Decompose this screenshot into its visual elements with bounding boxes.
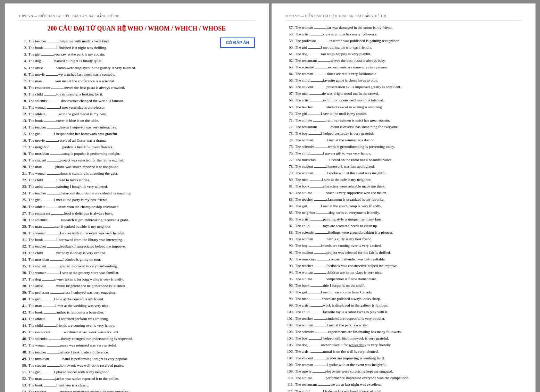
list-item: 72.The restaurant menu is diverse has so…: [285, 124, 522, 130]
list-item: 68.The artist exhibition opens next mont…: [285, 97, 522, 103]
sentence-number: 86.: [285, 216, 295, 222]
sentence-text: The girl I met on vacation is from Canad…: [295, 289, 522, 295]
sentence-text: The artist mural is on the wall is very …: [295, 349, 522, 355]
list-item: 75.The scientist work is groundbreaking …: [285, 144, 522, 150]
sentence-number: 8.: [19, 85, 28, 91]
sentence-number: 40.: [19, 296, 28, 302]
sentence-number: 1.: [19, 38, 28, 44]
sentence-text: The scientist experiments are fascinatin…: [295, 329, 522, 335]
list-item: 108.The woman I spoke with at the event …: [285, 362, 522, 368]
site-header-1: TOPO.VN — DIỄN ĐÀN TÀI LIỆU, GIÁO ÁN, BÀ…: [19, 14, 255, 20]
sentence-text: The teacher classroom decorations are co…: [28, 190, 255, 196]
sentence-text: The woman purse was returned was very gr…: [28, 342, 255, 348]
sentence-text: The girl you saw at the park is my cousi…: [28, 51, 255, 57]
sentence-text: The artist style is unique has many foll…: [295, 31, 522, 37]
sentence-text: The teacher students are respectful is v…: [295, 316, 522, 322]
sentence-number: 16.: [19, 137, 28, 143]
list-item: 51.The girl I played soccer with is my n…: [19, 369, 255, 375]
sentence-text: The boy friends are coming over is very …: [295, 243, 522, 249]
list-item: 65.The child favorite game is chess love…: [285, 77, 522, 83]
list-item: 42.The book author is famous is a bestse…: [19, 309, 255, 315]
sentence-text: The athlete won the gold medal is my her…: [28, 111, 255, 117]
list-item: 91.The student project was selected for …: [285, 250, 522, 256]
sentence-text: The scientist findings were groundbreaki…: [295, 230, 522, 235]
list-item: 4.The dog barked all night is finally qu…: [19, 58, 255, 64]
page-1: TOPO.VN — DIỄN ĐÀN TÀI LIỆU, GIÁO ÁN, BÀ…: [5, 3, 269, 392]
sentence-text: The woman children are in my class is ve…: [295, 269, 522, 275]
list-item: 71.The athlete training regimen is stric…: [285, 117, 522, 123]
list-item: 20.The man phone was stolen reported it …: [19, 164, 255, 170]
sentence-text: The movie we watched last week was a com…: [28, 72, 255, 77]
sentence-number: 57.: [285, 25, 295, 31]
sentence-text: The dog owner takes it for long walks is…: [28, 276, 255, 282]
sentence-text: The dog owner takes it for walks daily i…: [295, 342, 522, 348]
page-title: 200 CÂU ĐẠI TỪ QUAN HỆ WHO / WHOM / WHIC…: [19, 25, 255, 33]
list-item: 95.The athlete competition is fierce tra…: [285, 276, 522, 282]
page-2: TOPO.VN — DIỄN ĐÀN TÀI LIỆU, GIÁO ÁN, BÀ…: [272, 3, 535, 392]
sentence-number: 60.: [285, 44, 295, 50]
sentence-number: 78.: [285, 164, 295, 169]
sentence-number: 62.: [285, 58, 295, 64]
list-item: 18.The musician song is popular is perfo…: [19, 151, 255, 157]
list-item: 39.The professor class I enjoyed was ver…: [19, 290, 255, 295]
list-item: 83.The teacher classroom is organized is…: [285, 197, 522, 202]
sentence-text: The man phone was stolen reported it to …: [28, 164, 255, 170]
sentence-number: 58.: [285, 31, 295, 37]
list-item: 82.The athlete coach is very supportive …: [285, 190, 522, 196]
list-item: 80.The man I saw at the cafe is my neigh…: [285, 177, 522, 183]
sentence-text: The athlete performance impressed everyo…: [295, 375, 522, 381]
sentence-text: The girl I saw at the mall is my cousin.: [295, 111, 522, 117]
sentence-text: The neighbor garden is beautiful loves f…: [28, 144, 255, 150]
sentence-number: 23.: [19, 184, 28, 190]
sentence-text: The man shoes are polished always looks …: [295, 296, 522, 302]
sentence-text: The athlete coach is very supportive won…: [295, 190, 522, 196]
sentence-number: 76.: [285, 150, 295, 156]
list-item: 88.The scientist findings were groundbre…: [285, 230, 522, 235]
sentence-number: 41.: [19, 303, 28, 309]
list-item: 61.The dog tail wags happily is very pla…: [285, 51, 522, 57]
sentence-number: 49.: [19, 356, 28, 362]
sentence-text: The scientist research is groundbreaking…: [28, 217, 255, 223]
sentence-number: 22.: [19, 177, 28, 183]
sentence-text: The girl I saw at the concert is my frie…: [28, 296, 255, 302]
sentence-text: The scientist experiments are innovative…: [295, 64, 522, 70]
sentence-text: The woman shoes are red is very fashiona…: [295, 71, 522, 77]
sentence-text: The girl I met during the trip was frien…: [295, 44, 522, 50]
sentence-number: 11.: [19, 105, 28, 110]
sentence-text: The restaurant menu is diverse has somet…: [295, 124, 522, 130]
sentence-text: The man I saw at the cafe is my neighbor…: [295, 177, 522, 183]
sentence-number: 4.: [19, 58, 28, 64]
sentence-text: The girl I played soccer with is my neig…: [28, 369, 255, 375]
list-item: 49.The musician band is performing tonig…: [19, 356, 255, 362]
sentence-number: 68.: [285, 97, 295, 103]
sentence-number: 77.: [285, 157, 295, 163]
sentence-number: 99.: [285, 302, 295, 308]
list-item: 28.The scientist research is groundbreak…: [19, 217, 255, 223]
list-item: 92.The musician concert I attended was u…: [285, 256, 522, 262]
sentence-number: 34.: [19, 257, 28, 262]
sentence-text: The woman I saw at the grocery store was…: [28, 270, 255, 276]
sentence-number: 87.: [285, 223, 295, 229]
list-item: 9.The child toy is missing is looking fo…: [19, 91, 255, 97]
list-item: 62.The restaurant serves the best pizza …: [285, 58, 522, 64]
sentence-number: 3.: [19, 51, 28, 57]
site-header-2: TOPO.VN — DIỄN ĐÀN TÀI LIỆU, GIÁO ÁN, BÀ…: [285, 14, 522, 20]
sentence-number: 65.: [285, 77, 295, 83]
co-dap-an-button[interactable]: CÓ ĐÁP ÁN: [220, 37, 255, 48]
list-item: 99.The artist work is displayed in the g…: [285, 302, 522, 308]
list-item: 78.The student homework was late apologi…: [285, 164, 522, 169]
sentence-number: 54.: [19, 389, 28, 392]
sentence-number: 5.: [19, 65, 28, 71]
list-item: 37.The dog owner takes it for long walks…: [19, 276, 255, 282]
list-item: 73.The boy I helped yesterday is very gr…: [285, 131, 522, 136]
sentence-text: The teacher students participate activel…: [28, 389, 255, 392]
list-item: 77.The musician I heard on the radio has…: [285, 157, 522, 163]
sentence-text: The teacher feedback was constructive he…: [295, 263, 522, 269]
sentence-number: 59.: [285, 38, 295, 44]
list-item: 102.The woman I met at the park is a wri…: [285, 322, 522, 328]
sentence-text: The student project was selected for the…: [295, 250, 522, 256]
list-item: 104.The boy I helped with his homework i…: [285, 335, 522, 341]
sentence-text: The girl I helped with her homework was …: [28, 131, 255, 137]
list-item: 41.The man I met at the wedding was very…: [19, 303, 255, 309]
list-item: 96.The book title I forgot is on the she…: [285, 283, 522, 289]
